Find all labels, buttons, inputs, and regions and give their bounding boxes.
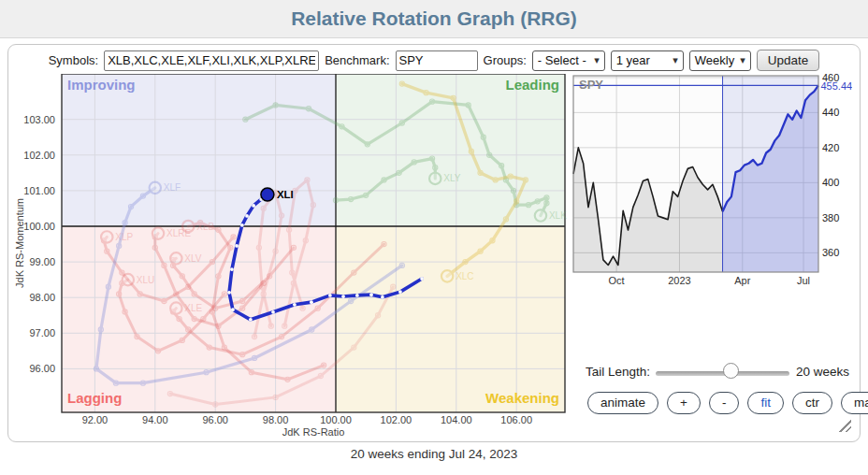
svg-text:XLF: XLF (164, 182, 181, 193)
svg-text:440: 440 (822, 107, 839, 118)
svg-text:Oct: Oct (609, 275, 625, 286)
rrg-chart: ImprovingLeadingLaggingWeakening92.0094.… (10, 74, 567, 440)
svg-text:99.00: 99.00 (29, 256, 55, 267)
svg-text:94.00: 94.00 (142, 414, 168, 425)
svg-text:XLRE: XLRE (166, 228, 191, 238)
svg-text:101.00: 101.00 (23, 185, 55, 196)
symbols-input[interactable] (104, 50, 319, 71)
period-select[interactable]: 1 year ▾ (611, 50, 684, 71)
benchmark-last-value: 455.44 (821, 80, 853, 92)
tail-length-row: Tail Length: 20 weeks (8, 361, 860, 385)
rrg-panel: Symbols: Benchmark: Groups: - Select - ▾… (7, 44, 861, 442)
svg-text:98.00: 98.00 (263, 414, 289, 425)
svg-text:92.00: 92.00 (82, 414, 108, 425)
tail-length-label: Tail Length: (586, 365, 650, 379)
chevron-down-icon: ▾ (673, 54, 678, 66)
benchmark-input[interactable] (396, 50, 478, 71)
svg-text:Jul: Jul (797, 275, 810, 286)
chevron-down-icon: ▾ (594, 54, 600, 66)
footer-caption: 20 weeks ending Jul 24, 2023 (0, 447, 868, 461)
benchmark-mini-chart: SPY360380400420440460455.44Oct2023AprJul (571, 74, 852, 289)
svg-text:Weakening: Weakening (485, 390, 559, 406)
tail-length-slider-thumb[interactable] (723, 363, 739, 379)
groups-select-value: - Select - (538, 53, 586, 67)
svg-text:104.00: 104.00 (441, 414, 472, 425)
symbols-label: Symbols: (49, 53, 98, 67)
svg-text:360: 360 (822, 247, 839, 258)
svg-text:JdK RS-Ratio: JdK RS-Ratio (282, 426, 345, 438)
svg-text:Improving: Improving (67, 77, 136, 93)
svg-text:102.00: 102.00 (23, 150, 55, 161)
tail-length-value: 20 weeks (796, 365, 849, 379)
zoom-in-button[interactable]: + (667, 392, 701, 414)
update-button[interactable]: Update (757, 50, 820, 71)
svg-text:XLI: XLI (277, 189, 294, 200)
svg-text:2023: 2023 (668, 275, 690, 286)
animate-button[interactable]: animate (587, 392, 658, 414)
svg-text:XLB: XLB (196, 222, 214, 232)
svg-text:96.00: 96.00 (202, 414, 228, 425)
svg-text:98.00: 98.00 (29, 292, 55, 303)
svg-text:Apr: Apr (734, 275, 750, 286)
svg-text:XLK: XLK (549, 210, 567, 221)
svg-text:106.00: 106.00 (500, 414, 532, 425)
svg-text:XLY: XLY (443, 173, 460, 183)
svg-text:JdK RS-Momentum: JdK RS-Momentum (14, 198, 25, 288)
max-button[interactable]: max (841, 392, 868, 414)
svg-text:Lagging: Lagging (67, 390, 122, 406)
svg-text:XLP: XLP (115, 232, 133, 242)
svg-text:Leading: Leading (505, 77, 559, 93)
fit-button[interactable]: fit (747, 392, 784, 414)
chart-buttons: animate + - fit ctr max (587, 392, 868, 414)
svg-text:100.00: 100.00 (23, 221, 55, 232)
svg-text:100.00: 100.00 (320, 414, 352, 425)
groups-label: Groups: (484, 53, 527, 67)
app-header: Relative Rotation Graph (RRG) (0, 0, 868, 38)
toolbar: Symbols: Benchmark: Groups: - Select - ▾… (8, 50, 860, 71)
period-select-value: 1 year (616, 53, 650, 67)
groups-select[interactable]: - Select - ▾ (532, 50, 605, 71)
svg-text:380: 380 (822, 212, 839, 223)
svg-text:XLC: XLC (456, 271, 473, 281)
svg-text:102.00: 102.00 (381, 414, 412, 425)
svg-text:400: 400 (822, 177, 839, 188)
page-title: Relative Rotation Graph (RRG) (0, 0, 868, 37)
svg-text:97.00: 97.00 (29, 327, 55, 338)
svg-text:103.00: 103.00 (23, 114, 55, 125)
frequency-select-value: Weekly (695, 53, 734, 67)
ctr-button[interactable]: ctr (792, 392, 832, 414)
svg-text:XLV: XLV (184, 253, 201, 264)
benchmark-symbol-label: SPY (579, 78, 603, 92)
svg-text:XLU: XLU (137, 275, 154, 285)
zoom-out-button[interactable]: - (709, 392, 740, 414)
svg-text:420: 420 (822, 142, 839, 153)
resize-handle-icon[interactable] (837, 418, 851, 432)
benchmark-label: Benchmark: (325, 53, 389, 67)
frequency-select[interactable]: Weekly ▾ (689, 50, 751, 71)
chevron-down-icon: ▾ (740, 54, 745, 66)
